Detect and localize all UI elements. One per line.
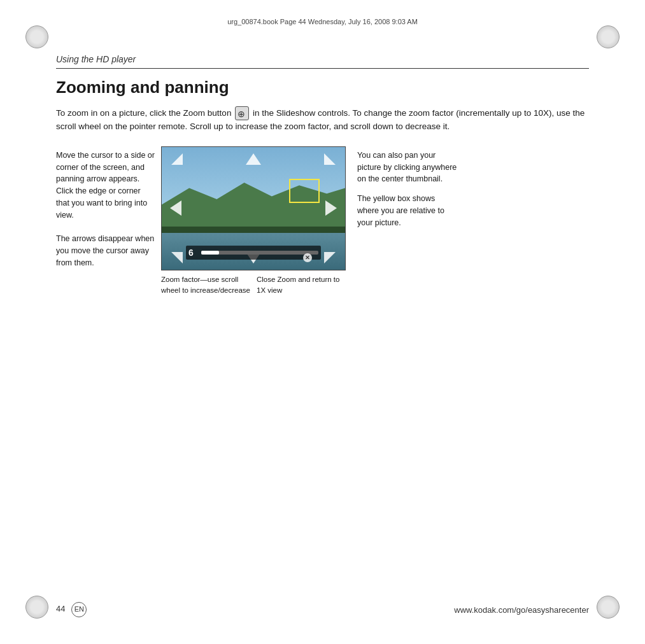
sun-circle-tl [25,25,48,48]
zoom-bar: 6 [186,246,321,260]
footer-url: www.kodak.com/go/easysharecenter [454,605,589,615]
header-bar: urg_00874.book Page 44 Wednesday, July 1… [38,18,607,25]
arrow-right-triangle [325,200,337,216]
arrow-topleft[interactable] [167,151,187,167]
center-image-container: 6 ✕ Zoom factor—use scroll wheel to incr… [161,146,346,295]
caption-right-text: Close Zoom and return to 1X view [257,276,339,294]
caption-left-text: Zoom factor—use scroll wheel to increase… [161,276,250,294]
left-annotation: Move the cursor to a side or corner of t… [56,146,155,269]
thumbnail-yellow-box [289,179,320,203]
sun-circle-tr [597,25,620,48]
sun-circle-bl [25,596,48,619]
caption-close-zoom: Close Zoom and return to 1X view [253,274,346,295]
diagram-area: Move the cursor to a side or corner of t… [56,146,589,295]
body-text: To zoom in on a picture, click the Zoom … [56,106,589,134]
arrow-tr-triangle [324,153,336,165]
zoom-fill [201,251,219,255]
image-captions: Zoom factor—use scroll wheel to increase… [161,274,346,295]
right-annotation: You can also pan your picture by clickin… [352,146,457,229]
arrow-left[interactable] [166,200,186,216]
right-annotation-text1: You can also pan your picture by clickin… [357,150,457,185]
zoom-button-icon [235,106,249,120]
zoom-display: 6 ✕ [161,146,346,270]
sun-mark-tr [597,25,620,48]
sun-circle-br [597,596,620,619]
section-heading: Using the HD player [56,54,589,64]
arrow-right[interactable] [321,200,341,216]
close-zoom-icon[interactable]: ✕ [303,253,312,262]
sun-mark-bl [25,596,48,619]
arrow-up-triangle [246,153,261,165]
arrow-bl-triangle [171,252,183,263]
arrow-top[interactable] [243,151,264,167]
arrow-bottomright[interactable] [320,249,340,266]
left-annotation-text: Move the cursor to a side or corner of t… [56,151,155,267]
arrow-tl-triangle [171,153,183,165]
sun-mark-br [597,596,620,619]
footer-left: 44 EN [56,602,87,617]
zoom-number: 6 [188,248,199,258]
arrow-topright[interactable] [320,151,340,167]
arrow-br-triangle [324,252,336,263]
body-text-1: To zoom in on a picture, click the Zoom … [56,108,231,118]
page-number: 44 [56,604,65,613]
page-title: Zooming and panning [56,78,589,97]
right-annotation-text2: The yellow box shows where you are relat… [357,193,457,228]
book-info: urg_00874.book Page 44 Wednesday, July 1… [227,18,418,25]
page-container: urg_00874.book Page 44 Wednesday, July 1… [0,0,645,644]
arrow-left-triangle [170,200,181,216]
main-content: Using the HD player Zooming and panning … [56,54,589,593]
caption-zoom-factor: Zoom factor—use scroll wheel to increase… [161,274,253,295]
sun-mark-tl [25,25,48,48]
zoom-track [201,251,318,255]
section-divider [56,68,589,69]
arrow-bottomleft[interactable] [167,249,187,266]
footer: 44 EN www.kodak.com/go/easysharecenter [56,602,589,617]
en-badge: EN [71,602,87,617]
